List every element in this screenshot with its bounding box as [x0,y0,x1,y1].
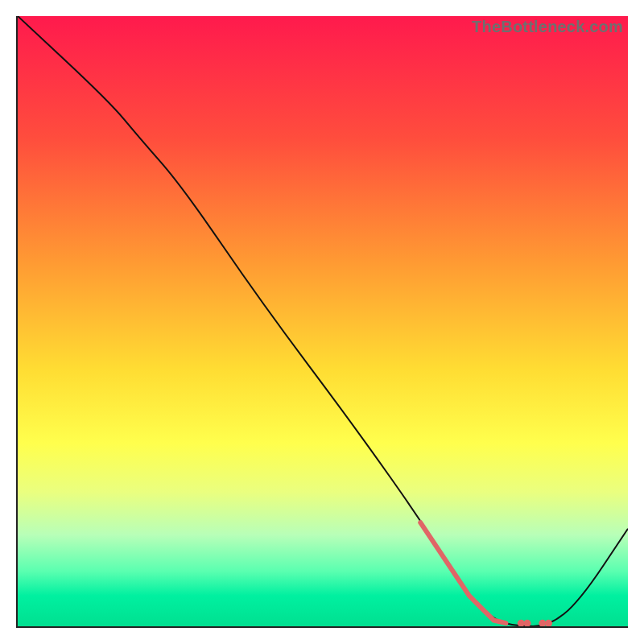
main-curve [18,16,628,626]
watermark-text: TheBottleneck.com [472,18,623,36]
bottleneck-dot [523,620,530,626]
chart-container: TheBottleneck.com [0,0,644,644]
bottleneck-highlight [420,522,506,623]
bottleneck-dots [518,620,552,626]
bottleneck-dot [545,620,552,626]
chart-svg [18,16,628,626]
plot-area: TheBottleneck.com [16,16,628,628]
